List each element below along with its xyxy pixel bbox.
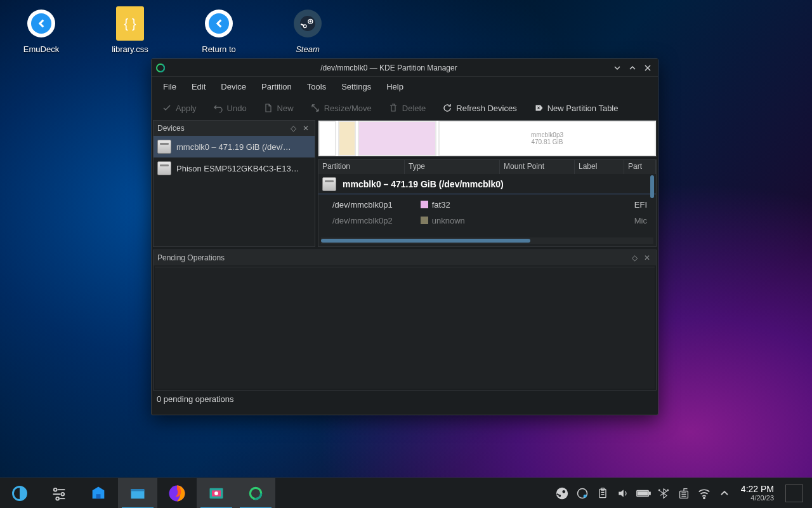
css-file-icon: { } [114,8,146,39]
partition-seg-size: 470.81 GiB [531,138,563,145]
desktop-icon-emudeck[interactable]: EmuDeck [13,8,70,54]
col-flags[interactable]: Part [624,160,656,174]
taskbar-partitionmanager[interactable] [236,478,275,509]
svg-point-32 [658,490,660,491]
tray-battery-icon[interactable] [633,478,653,509]
tray-wifi-icon[interactable] [694,478,714,509]
desktop-icon-return[interactable]: Return to [190,8,247,54]
menu-device[interactable]: Device [213,78,254,95]
desktop-icon-label: Return to [202,44,235,54]
show-desktop-button[interactable] [785,485,803,502]
taskbar-systemsettings[interactable] [39,478,79,509]
new-partition-table-button[interactable]: New Partition Table [530,100,622,116]
svg-point-33 [667,490,669,491]
taskbar-discover[interactable] [79,478,118,509]
menu-tools[interactable]: Tools [299,78,334,95]
menubar: File Edit Device Partition Tools Setting… [152,77,658,96]
panel-close-button[interactable]: ✕ [642,253,652,263]
tray-expand-icon[interactable] [714,478,735,509]
partition-rows: mmcblk0 – 471.19 GiB (/dev/mmcblk0) /dev… [318,174,656,237]
panel-float-button[interactable]: ◇ [629,253,639,263]
menu-edit[interactable]: Edit [184,78,213,95]
toolbar-label: Delete [402,104,426,113]
menu-help[interactable]: Help [379,78,411,95]
desktop-icon-steam[interactable]: Steam [279,8,336,54]
partition-table-header[interactable]: Partition Type Mount Point Label Part [318,160,656,174]
partition-graphic[interactable]: mmcblk0p3 470.81 GiB [318,120,657,157]
tray-clipboard-icon[interactable] [593,478,613,509]
window-titlebar[interactable]: /dev/mmcblk0 — KDE Partition Manager [152,59,658,77]
app-icon [155,63,166,73]
undo-icon [213,103,223,113]
pending-panel-title: Pending Operations [157,253,225,262]
partition-name: /dev/mmcblk0p2 [332,216,414,225]
toolbar-label: Undo [227,104,247,113]
close-button[interactable] [641,62,654,74]
start-button[interactable] [0,478,39,509]
drive-icon [157,140,171,154]
toolbar-label: Apply [176,104,197,113]
partition-segment[interactable] [318,121,336,156]
svg-point-2 [310,20,311,22]
drive-icon [157,161,171,175]
part-flags: EFI [634,200,652,210]
maximize-button[interactable] [626,62,639,74]
partition-device-row[interactable]: mmcblk0 – 471.19 GiB (/dev/mmcblk0) [318,174,656,194]
menu-file[interactable]: File [155,78,184,95]
menu-partition[interactable]: Partition [254,78,299,95]
tray-bluetooth-icon[interactable] [653,478,674,509]
toolbar-label: Resize/Move [324,104,372,113]
tray-volume-icon[interactable] [613,478,633,509]
col-mount[interactable]: Mount Point [500,160,575,174]
svg-point-38 [704,497,705,498]
menu-settings[interactable]: Settings [334,78,379,95]
svg-point-0 [300,16,315,31]
emudeck-icon [25,8,57,39]
fs-type: fat32 [432,200,450,210]
taskbar-dolphin[interactable] [118,478,157,509]
device-label: Phison ESMP512GKB4C3-E13… [176,164,299,173]
resize-icon [310,103,320,113]
svg-point-17 [214,491,218,495]
drive-icon [322,177,336,191]
window-title: /dev/mmcblk0 — KDE Partition Manager [169,64,608,72]
minimize-button[interactable] [611,62,624,74]
refresh-button[interactable]: Refresh Devices [438,100,520,116]
desktop-icons: EmuDeck { } library.css Return to Steam [13,8,336,54]
taskbar: 4:22 PM 4/20/23 [0,478,812,508]
partition-row[interactable]: /dev/mmcblk0p2 unknown Mic [318,215,656,226]
vertical-scrollbar[interactable] [650,175,655,198]
taskbar-firefox[interactable] [157,478,197,509]
refresh-icon [442,103,452,113]
toolbar-label: New Partition Table [547,104,619,113]
toolbar: Apply Undo New Resize/Move Delete Refres… [152,96,658,120]
svg-point-21 [562,490,565,493]
partition-segment[interactable] [358,121,436,156]
tray-steam-icon[interactable] [552,478,572,509]
panel-float-button[interactable]: ◇ [288,123,298,133]
col-label[interactable]: Label [575,160,624,174]
partition-segment-mmcblk0p3[interactable]: mmcblk0p3 470.81 GiB [438,121,656,156]
device-item-phison[interactable]: Phison ESMP512GKB4C3-E13… [154,157,315,179]
fs-type: unknown [432,216,465,225]
horizontal-scrollbar[interactable] [321,237,653,244]
desktop-icon-label: Steam [296,44,320,54]
panel-close-button[interactable]: ✕ [301,123,311,133]
erase-icon [534,103,544,113]
svg-point-7 [54,488,57,491]
taskbar-spectacle[interactable] [197,478,236,509]
pending-operations-list [155,267,655,389]
desktop-icon-librarycss[interactable]: { } library.css [102,8,159,54]
device-list: mmcblk0 – 471.19 GiB (/dev/… Phison ESMP… [154,136,315,246]
tray-keyboard-icon[interactable] [674,478,694,509]
col-partition[interactable]: Partition [318,160,405,174]
partition-segment[interactable] [338,121,356,156]
partitionmanager-window: /dev/mmcblk0 — KDE Partition Manager Fil… [151,58,658,415]
tray-update-icon[interactable] [572,478,593,509]
taskbar-clock[interactable]: 4:22 PM 4/20/23 [735,484,780,503]
partition-row[interactable]: /dev/mmcblk0p1 fat32 EFI [318,194,656,215]
undo-button: Undo [209,100,251,116]
device-item-mmcblk0[interactable]: mmcblk0 – 471.19 GiB (/dev/… [154,136,315,157]
col-type[interactable]: Type [405,160,500,174]
pending-operations-panel: Pending Operations ◇ ✕ [153,250,657,391]
